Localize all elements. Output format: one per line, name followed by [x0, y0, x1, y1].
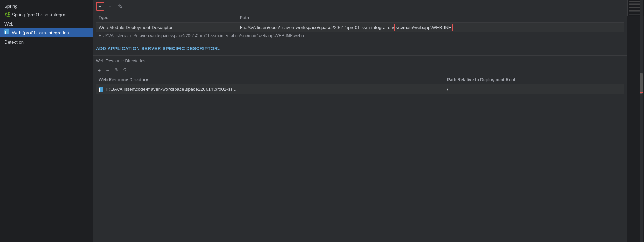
web-resource-help-button[interactable]: ? — [121, 66, 128, 73]
spring-leaf-icon: 🌿 — [4, 12, 10, 17]
add-descriptor-link[interactable]: ADD APPLICATION SERVER SPECIFIC DESCRIPT… — [96, 46, 221, 51]
web-resource-edit-button[interactable]: ✎ — [113, 66, 120, 73]
path-highlight: src\main\webapp\WEB-INF — [394, 24, 453, 31]
web-resource-add-button[interactable]: + — [96, 66, 103, 73]
sidebar-item-web-pro01[interactable]: Web (pro01-ssm-integration — [0, 28, 93, 37]
scrollbar-mark — [640, 92, 643, 93]
path-cell: F:\JAVA listen\code\maven-workspace\spac… — [237, 23, 624, 33]
web-icon — [4, 29, 9, 34]
sidebar-group-web: Web — [0, 19, 93, 28]
path-column-header: Path — [237, 13, 624, 23]
web-dir-icon — [99, 87, 103, 92]
second-path-row: F:\JAVA listen\code\maven-workspace\spac… — [96, 33, 624, 40]
scrollbar-track[interactable] — [640, 0, 643, 242]
remove-button[interactable]: − — [106, 2, 114, 11]
main-content: + − ✎ Type Path Web Module Deployment De… — [93, 0, 627, 242]
type-column-header: Type — [96, 13, 237, 23]
sidebar-group-detection: Detection — [0, 37, 93, 46]
deployment-descriptor-table: Type Path Web Module Deployment Descript… — [96, 13, 624, 33]
web-resource-dir-header: Web Resource Directory — [96, 76, 444, 84]
section-divider — [148, 61, 624, 61]
right-panel — [627, 0, 644, 242]
deployment-descriptor-section: Type Path Web Module Deployment Descript… — [93, 13, 627, 40]
web-resource-label: Web Resource Directories — [96, 59, 624, 64]
web-resource-section: Web Resource Directories + − ✎ ? Web Res… — [93, 56, 627, 94]
sidebar-group-spring: Spring — [0, 1, 93, 10]
web-resource-label-text: Web Resource Directories — [96, 59, 145, 64]
table-row[interactable]: Web Module Deployment Descriptor F:\JAVA… — [96, 23, 624, 33]
web-resource-table: Web Resource Directory Path Relative to … — [96, 76, 624, 94]
type-cell: Web Module Deployment Descriptor — [96, 23, 237, 33]
path-relative-header: Path Relative to Deployment Root — [444, 76, 624, 84]
sidebar-item-spring-pro01[interactable]: 🌿 Spring (pro01-ssm-integrat — [0, 10, 93, 19]
main-toolbar: + − ✎ — [93, 0, 627, 13]
web-resource-dir-cell: F:\JAVA listen\code\maven-workspace\spac… — [96, 84, 444, 94]
add-button[interactable]: + — [96, 2, 104, 11]
web-resource-remove-button[interactable]: − — [104, 66, 111, 73]
web-resource-row[interactable]: F:\JAVA listen\code\maven-workspace\spac… — [96, 84, 624, 94]
scrollbar-thumb[interactable] — [640, 73, 643, 94]
web-resource-toolbar: + − ✎ ? — [96, 66, 624, 76]
path-relative-cell: / — [444, 84, 624, 94]
edit-button[interactable]: ✎ — [116, 2, 124, 11]
sidebar: Spring 🌿 Spring (pro01-ssm-integrat Web … — [0, 0, 93, 242]
add-descriptor-section: ADD APPLICATION SERVER SPECIFIC DESCRIPT… — [93, 40, 627, 56]
